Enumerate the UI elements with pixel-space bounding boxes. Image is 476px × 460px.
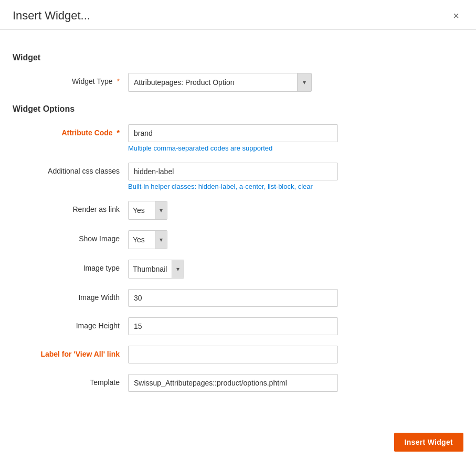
image-type-control: Thumbnail Original ▾ [128, 260, 338, 279]
attribute-required-star: * [117, 129, 120, 137]
attribute-code-control: Multiple comma-separated codes are suppo… [128, 124, 338, 152]
show-image-group: Show Image Yes No ▾ [13, 230, 463, 249]
widget-options-title: Widget Options [13, 104, 463, 114]
additional-css-hint: Built-in helper classes: hidden-label, a… [128, 183, 338, 190]
label-view-all-control [128, 346, 338, 363]
required-star: * [117, 77, 120, 85]
image-type-group: Image type Thumbnail Original ▾ [13, 260, 463, 279]
render-as-link-label: Render as link [13, 201, 128, 213]
render-as-link-control: Yes No ▾ [128, 201, 338, 220]
image-type-select-wrap[interactable]: Thumbnail Original ▾ [128, 260, 184, 279]
image-width-group: Image Width [13, 289, 463, 307]
template-label: Template [13, 374, 128, 387]
image-type-chevron-icon: ▾ [172, 260, 184, 278]
additional-css-control: Built-in helper classes: hidden-label, a… [128, 163, 338, 190]
show-image-control: Yes No ▾ [128, 230, 338, 249]
additional-css-label: Additional css classes [13, 163, 128, 175]
image-width-input[interactable] [128, 289, 338, 307]
show-image-chevron-icon: ▾ [155, 231, 167, 249]
additional-css-input[interactable] [128, 163, 338, 180]
render-as-link-group: Render as link Yes No ▾ [13, 201, 463, 220]
image-type-label: Image type [13, 260, 128, 272]
insert-widget-button[interactable]: Insert Widget [394, 433, 463, 452]
image-height-input[interactable] [128, 317, 338, 335]
widget-type-select[interactable]: Attributepages: Product Option [129, 75, 297, 90]
widget-options-section: Widget Options Attribute Code * Multiple… [13, 104, 463, 392]
widget-type-label: Widget Type * [13, 73, 128, 85]
render-as-link-select-wrap[interactable]: Yes No ▾ [128, 201, 167, 220]
dialog-body: Widget Widget Type * Attributepages: Pro… [0, 30, 476, 413]
widget-type-chevron-icon: ▾ [297, 73, 311, 91]
widget-type-select-wrap[interactable]: Attributepages: Product Option ▾ [128, 73, 312, 92]
dialog-footer: Insert Widget [382, 424, 476, 460]
label-view-all-label: Label for 'View All' link [13, 346, 128, 358]
show-image-label: Show Image [13, 230, 128, 243]
template-input[interactable] [128, 374, 338, 392]
render-as-link-chevron-icon: ▾ [155, 201, 167, 219]
show-image-select[interactable]: Yes No [129, 231, 155, 249]
show-image-select-wrap[interactable]: Yes No ▾ [128, 230, 167, 249]
template-group: Template [13, 374, 463, 392]
widget-type-control: Attributepages: Product Option ▾ [128, 73, 338, 92]
widget-type-group: Widget Type * Attributepages: Product Op… [13, 73, 463, 92]
image-width-control [128, 289, 338, 307]
image-width-label: Image Width [13, 289, 128, 302]
attribute-code-hint: Multiple comma-separated codes are suppo… [128, 144, 338, 152]
template-control [128, 374, 338, 392]
label-view-all-group: Label for 'View All' link [13, 346, 463, 363]
image-height-group: Image Height [13, 317, 463, 335]
dialog-title: Insert Widget... [13, 9, 90, 23]
dialog-header: Insert Widget... × [0, 0, 476, 30]
label-view-all-input[interactable] [128, 346, 338, 363]
widget-section: Widget Widget Type * Attributepages: Pro… [13, 53, 463, 92]
widget-section-title: Widget [13, 53, 463, 62]
image-type-select[interactable]: Thumbnail Original [129, 262, 172, 276]
attribute-code-group: Attribute Code * Multiple comma-separate… [13, 124, 463, 152]
attribute-code-label: Attribute Code * [13, 124, 128, 137]
additional-css-group: Additional css classes Built-in helper c… [13, 163, 463, 190]
insert-widget-dialog: Insert Widget... × Widget Widget Type * … [0, 0, 476, 460]
image-height-label: Image Height [13, 317, 128, 330]
render-as-link-select[interactable]: Yes No [129, 201, 155, 219]
image-height-control [128, 317, 338, 335]
attribute-code-input[interactable] [128, 124, 338, 142]
close-button[interactable]: × [449, 8, 463, 23]
